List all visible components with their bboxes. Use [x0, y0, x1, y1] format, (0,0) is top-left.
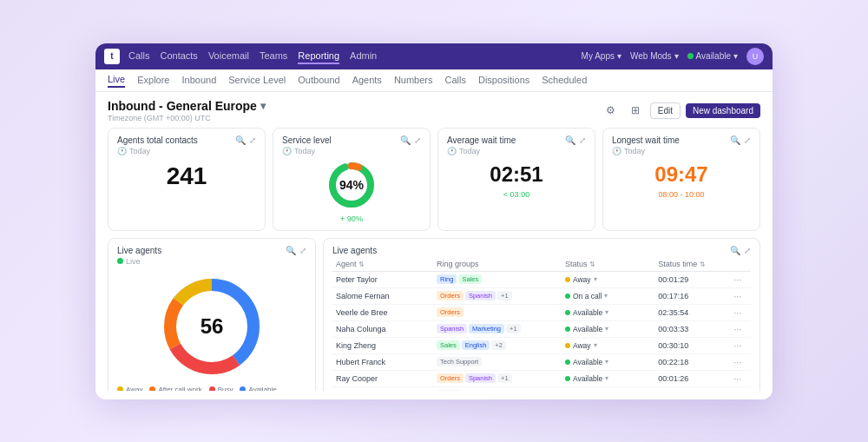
bottom-row: Live agents 🔍 ⤢ Live: [108, 238, 760, 391]
settings-button[interactable]: ⚙: [602, 101, 621, 120]
nav-right: My Apps ▾ Web Mods ▾ Available ▾ U: [582, 48, 764, 65]
subnav-numbers[interactable]: Numbers: [394, 73, 433, 87]
search-icon-3[interactable]: 🔍: [565, 135, 575, 145]
subnav-explore[interactable]: Explore: [137, 73, 169, 87]
more-btn-0[interactable]: ···: [730, 271, 751, 287]
subnav-inbound[interactable]: Inbound: [181, 73, 216, 87]
ring-group-tag: Tech Support: [437, 357, 482, 366]
expand-icon-2[interactable]: ⤢: [414, 135, 421, 145]
live-agents-donut-sub: Live: [117, 257, 306, 266]
ring-group-tag: Spanish: [465, 373, 496, 383]
expand-icon-3[interactable]: ⤢: [579, 135, 586, 145]
nav-calls[interactable]: Calls: [128, 49, 149, 64]
more-icon[interactable]: ···: [733, 307, 741, 318]
legend-available: Available: [240, 386, 276, 391]
search-icon-1[interactable]: 🔍: [235, 135, 246, 145]
sort-icon-agent[interactable]: ⇅: [358, 261, 365, 268]
subnav-scheduled[interactable]: Scheduled: [542, 73, 587, 87]
subnav-calls[interactable]: Calls: [445, 73, 466, 87]
more-icon[interactable]: ···: [733, 390, 741, 391]
table-row: Naha ColungaSpanishMarketing+1 Available…: [332, 320, 751, 337]
status-6: Available ▾: [562, 370, 654, 386]
more-icon[interactable]: ···: [733, 291, 741, 301]
chevron-down-status[interactable]: ▾: [605, 325, 608, 333]
status-1: On a call ▾: [562, 287, 654, 304]
title-chevron-icon[interactable]: ▾: [260, 100, 266, 112]
ring-groups-5: Tech Support: [433, 353, 562, 370]
user-avatar[interactable]: U: [746, 48, 764, 65]
new-dashboard-button[interactable]: New dashboard: [686, 103, 760, 118]
search-icon-table[interactable]: 🔍: [730, 246, 740, 255]
nav-voicemail[interactable]: Voicemail: [208, 49, 249, 64]
more-btn-1[interactable]: ···: [730, 287, 751, 304]
metric-badge-2: + 90%: [282, 214, 421, 223]
more-btn-3[interactable]: ···: [730, 320, 751, 337]
service-donut: 94%: [326, 159, 378, 211]
metric-sub-4: 🕐 Today: [612, 147, 751, 155]
more-icon[interactable]: ···: [733, 373, 741, 384]
nav-admin[interactable]: Admin: [350, 49, 377, 64]
nav-reporting[interactable]: Reporting: [298, 49, 339, 64]
ring-group-tag: +2: [491, 340, 506, 350]
nav-teams[interactable]: Teams: [260, 49, 287, 64]
chevron-down-status[interactable]: ▾: [594, 275, 597, 283]
web-mods-btn[interactable]: Web Mods ▾: [630, 51, 679, 61]
expand-icon-5[interactable]: ⤢: [299, 246, 306, 255]
metric-header-3: Average wait time 🔍 ⤢: [447, 135, 586, 145]
table-header-icons: 🔍 ⤢: [730, 246, 751, 255]
ring-groups-7: Grand: [433, 386, 562, 391]
subnav-service-level[interactable]: Service Level: [228, 73, 286, 87]
chevron-down-status[interactable]: ▾: [594, 341, 597, 349]
more-icon[interactable]: ···: [733, 357, 741, 367]
col-status-time: Status time ⇅: [654, 257, 730, 272]
chevron-down-status[interactable]: ▾: [605, 358, 608, 366]
more-icon[interactable]: ···: [733, 340, 741, 351]
search-icon-5[interactable]: 🔍: [286, 246, 296, 255]
chevron-down-status[interactable]: ▾: [605, 308, 608, 316]
page-subtitle: Timezone (GMT +00:00) UTC: [108, 114, 266, 122]
grid-button[interactable]: ⊞: [626, 101, 645, 120]
ring-groups-2: Orders: [433, 304, 562, 320]
expand-icon-4[interactable]: ⤢: [744, 135, 751, 145]
more-btn-6[interactable]: ···: [730, 370, 751, 386]
status-label: Away: [573, 341, 591, 350]
subnav-dispositions[interactable]: Dispositions: [478, 73, 529, 87]
available-btn[interactable]: Available ▾: [687, 51, 738, 61]
search-icon-2[interactable]: 🔍: [400, 135, 411, 145]
metric-sub-1: 🕐 Today: [117, 147, 256, 155]
expand-icon-table[interactable]: ⤢: [744, 246, 751, 255]
ring-group-tag: Marketing: [469, 324, 504, 333]
nav-links: Calls Contacts Voicemail Teams Reporting…: [128, 49, 582, 64]
more-btn-4[interactable]: ···: [730, 337, 751, 353]
metric-longest-wait: Longest wait time 🔍 ⤢ 🕐 Today 09:47 08:0…: [602, 128, 760, 231]
edit-button[interactable]: Edit: [650, 102, 681, 119]
chevron-down-status[interactable]: ▾: [605, 374, 608, 382]
expand-icon-1[interactable]: ⤢: [249, 135, 256, 145]
more-icon[interactable]: ···: [733, 324, 741, 334]
status-time-6: 00:01:26: [654, 370, 730, 386]
ring-group-tag: +1: [506, 324, 521, 333]
more-btn-7[interactable]: ···: [730, 386, 751, 391]
clock-icon-3: 🕐: [447, 147, 457, 155]
more-btn-2[interactable]: ···: [730, 304, 751, 320]
sort-icon-status[interactable]: ⇅: [589, 261, 595, 268]
status-7: After call work ▾: [562, 386, 654, 391]
nav-contacts[interactable]: Contacts: [160, 49, 197, 64]
subnav-live[interactable]: Live: [108, 72, 125, 88]
my-apps-btn[interactable]: My Apps ▾: [582, 51, 621, 61]
main-window: t Calls Contacts Voicemail Teams Reporti…: [95, 43, 773, 399]
table-row: Sofia ManzanoGrand After call work ▾ 00:…: [332, 386, 751, 391]
metric-sub-2: 🕐 Today: [282, 147, 421, 155]
status-badge: Available ▾: [565, 325, 608, 333]
chevron-down-status[interactable]: ▾: [604, 292, 608, 300]
col-status: Status ⇅: [562, 257, 654, 272]
agent-name-2: Veerle de Bree: [332, 304, 433, 320]
subnav-outbound[interactable]: Outbound: [298, 73, 339, 87]
agent-name-0: Peter Taylor: [332, 271, 433, 287]
ring-group-tag: Sales: [458, 274, 482, 284]
subnav-agents[interactable]: Agents: [352, 73, 382, 87]
more-icon[interactable]: ···: [733, 274, 741, 285]
more-btn-5[interactable]: ···: [730, 353, 751, 370]
sort-icon-time[interactable]: ⇅: [700, 261, 706, 268]
search-icon-4[interactable]: 🔍: [730, 135, 740, 145]
